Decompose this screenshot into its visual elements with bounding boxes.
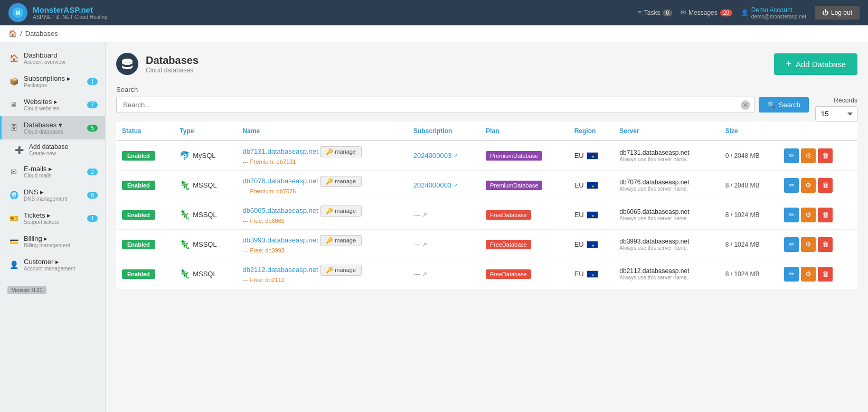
search-label: Search <box>116 86 809 93</box>
cell-actions: ✏ ⚙ 🗑 <box>779 230 857 259</box>
sidebar-item-websites[interactable]: 🖥 Websites ▸ Cloud websites 7 <box>0 93 105 116</box>
status-badge: Enabled <box>122 151 155 161</box>
cell-plan: FreeDatabase <box>480 200 569 230</box>
version-info: Version: 0.21 <box>0 282 105 298</box>
settings-button[interactable]: ⚙ <box>801 178 816 193</box>
cell-region: EU ★ <box>569 141 615 171</box>
external-link-icon[interactable]: ↗ <box>422 241 427 248</box>
cell-name: db3993.databaseasp.net 🔑 manage --- Free… <box>237 230 408 259</box>
server-name: db6065.databaseasp.net <box>619 208 714 216</box>
delete-button[interactable]: 🗑 <box>818 237 833 252</box>
manage-button[interactable]: 🔑 manage <box>320 146 362 157</box>
page-title: Databases <box>146 54 199 67</box>
edit-button[interactable]: ✏ <box>784 178 799 193</box>
edit-button[interactable]: ✏ <box>784 208 799 222</box>
sidebar-item-billing[interactable]: 💳 Billing ▸ Billing management <box>0 230 105 253</box>
main-layout: 🏠 Dashboard Account overview 📦 Subscript… <box>0 42 868 412</box>
delete-button[interactable]: 🗑 <box>818 178 833 193</box>
cell-name: db7131.databaseasp.net 🔑 manage --- Prem… <box>237 141 408 171</box>
cell-region: EU ★ <box>569 259 615 289</box>
table-row: Enabled 🦎 MSSQL db3993.databaseasp.net 🔑… <box>117 230 857 259</box>
manage-button[interactable]: 🔑 manage <box>320 235 362 246</box>
search-input[interactable] <box>116 97 754 113</box>
col-server: Server <box>614 122 720 141</box>
cell-actions: ✏ ⚙ 🗑 <box>779 171 857 200</box>
add-database-button[interactable]: + Add Database <box>774 53 857 75</box>
user-info[interactable]: 👤 Demo Account demo@monsterasp.net <box>741 6 806 20</box>
manage-button[interactable]: 🔑 manage <box>320 265 362 276</box>
cell-type: 🦎 MSSQL <box>174 200 237 230</box>
sidebar-item-customer[interactable]: 👤 Customer ▸ Account management <box>0 253 105 276</box>
subscriptions-badge: 1 <box>87 78 98 85</box>
edit-button[interactable]: ✏ <box>784 148 799 163</box>
tasks-badge: 0 <box>663 10 672 16</box>
col-actions <box>779 122 857 141</box>
db-name-link[interactable]: db7076.databaseasp.net <box>242 177 318 185</box>
svg-point-2 <box>122 59 133 63</box>
search-clear-button[interactable]: ✕ <box>741 100 750 110</box>
sidebar-item-emails[interactable]: ✉ E-mails ▸ Cloud mails 2 <box>0 160 105 183</box>
delete-button[interactable]: 🗑 <box>818 208 833 222</box>
databases-table: Status Type Name Subscription Plan Regio… <box>116 121 857 289</box>
col-region: Region <box>569 122 615 141</box>
user-name: Demo Account <box>751 6 792 14</box>
delete-button[interactable]: 🗑 <box>818 148 833 163</box>
manage-button[interactable]: 🔑 manage <box>320 176 362 187</box>
server-name: db7131.databaseasp.net <box>619 149 714 156</box>
websites-badge: 7 <box>87 101 98 108</box>
settings-button[interactable]: ⚙ <box>801 267 816 282</box>
col-name: Name <box>237 122 408 141</box>
col-status: Status <box>117 122 175 141</box>
sidebar-item-subscriptions[interactable]: 📦 Subscriptions ▸ Packages 1 <box>0 70 105 93</box>
settings-button[interactable]: ⚙ <box>801 237 816 252</box>
tasks-nav-item[interactable]: ≡ Tasks 0 <box>638 9 672 16</box>
search-row: ✕ 🔍 Search <box>116 97 809 113</box>
server-sub: Always use this server name. <box>619 245 714 251</box>
sidebar-item-tickets[interactable]: 🎫 Tickets ▸ Support tickets 1 <box>0 207 105 230</box>
home-icon[interactable]: 🏠 <box>8 30 17 38</box>
settings-button[interactable]: ⚙ <box>801 208 816 222</box>
cell-status: Enabled <box>117 141 175 171</box>
messages-nav-item[interactable]: ✉ Messages 20 <box>681 9 732 16</box>
db-name-link[interactable]: db7131.databaseasp.net <box>242 147 318 155</box>
sidebar-item-add-database[interactable]: ➕ Add database Create new <box>0 139 105 160</box>
cell-size: 8 / 2048 MB <box>720 171 779 200</box>
col-size: Size <box>720 122 779 141</box>
manage-button[interactable]: 🔑 manage <box>320 205 362 217</box>
delete-button[interactable]: 🗑 <box>818 267 833 282</box>
table-row: Enabled 🦎 MSSQL db2112.databaseasp.net 🔑… <box>117 259 857 289</box>
db-name-link[interactable]: db6065.databaseasp.net <box>242 207 318 214</box>
cell-region: EU ★ <box>569 230 615 259</box>
cell-actions: ✏ ⚙ 🗑 <box>779 200 857 230</box>
server-name: db3993.databaseasp.net <box>619 238 714 245</box>
cell-server: db3993.databaseasp.net Always use this s… <box>614 230 720 259</box>
edit-button[interactable]: ✏ <box>784 267 799 282</box>
region-label: EU <box>574 152 584 160</box>
cell-name: db7076.databaseasp.net 🔑 manage --- Prem… <box>237 171 408 200</box>
plan-badge: FreeDatabase <box>486 240 531 249</box>
breadcrumb: 🏠 / Databases <box>0 25 868 42</box>
user-email: demo@monsterasp.net <box>751 14 806 20</box>
external-link-icon[interactable]: ↗ <box>422 270 427 278</box>
subscription-link[interactable]: 2024000003 ↗ <box>413 152 475 160</box>
edit-button[interactable]: ✏ <box>784 237 799 252</box>
settings-button[interactable]: ⚙ <box>801 148 816 163</box>
external-link-icon[interactable]: ↗ <box>422 211 427 219</box>
svg-text:★: ★ <box>591 184 595 188</box>
records-section: Records 15 25 50 100 <box>815 97 857 121</box>
sidebar-item-databases[interactable]: 🗄 Databases ▾ Cloud databases 5 <box>0 116 105 139</box>
page-subtitle: Cloud databases <box>146 67 199 74</box>
brand: M MonsterASP.net ASP.NET & .NET Cloud Ho… <box>8 3 108 22</box>
navbar-right: ≡ Tasks 0 ✉ Messages 20 👤 Demo Account d… <box>638 6 860 20</box>
search-button[interactable]: 🔍 Search <box>759 97 809 113</box>
db-name-link[interactable]: db3993.databaseasp.net <box>242 236 318 244</box>
plan-badge: FreeDatabase <box>486 269 531 279</box>
logout-button[interactable]: ⏻ Log out <box>815 6 860 20</box>
sidebar-item-dashboard[interactable]: 🏠 Dashboard Account overview <box>0 46 105 70</box>
cell-actions: ✏ ⚙ 🗑 <box>779 141 857 171</box>
db-name-link[interactable]: db2112.databaseasp.net <box>242 266 318 274</box>
records-select[interactable]: 15 25 50 100 <box>815 106 857 121</box>
mssql-icon: 🦎 <box>180 239 190 249</box>
subscription-link[interactable]: 2024000003 ↗ <box>413 181 475 189</box>
sidebar-item-dns[interactable]: 🌐 DNS ▸ DNS management 6 <box>0 183 105 207</box>
